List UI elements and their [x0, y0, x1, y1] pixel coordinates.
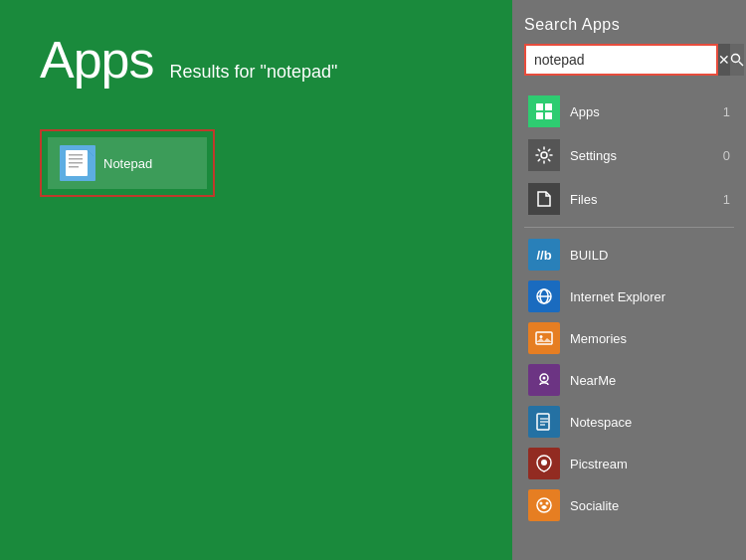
- notepad-tile[interactable]: Notepad: [48, 137, 207, 189]
- notespace-icon: [528, 406, 560, 438]
- left-panel: Apps Results for "notepad" Notepad: [0, 0, 512, 560]
- svg-rect-4: [69, 162, 83, 164]
- search-input-row: ✕: [524, 44, 734, 76]
- ie-label: Internet Explorer: [570, 289, 665, 304]
- results-area: Notepad: [40, 129, 215, 197]
- category-item-settings[interactable]: Settings 0: [524, 133, 734, 177]
- picstream-icon: [528, 448, 560, 479]
- files-icon: [528, 183, 560, 215]
- page-title: Apps: [40, 30, 154, 90]
- svg-rect-11: [545, 103, 552, 110]
- category-list: Apps 1 Settings 0 Files 1: [524, 90, 734, 221]
- svg-point-19: [540, 335, 543, 338]
- files-count: 1: [723, 192, 730, 207]
- apps-icon: [528, 95, 560, 127]
- app-list-item-memories[interactable]: Memories: [524, 317, 734, 359]
- search-go-button[interactable]: [730, 44, 744, 76]
- search-clear-button[interactable]: ✕: [718, 44, 730, 76]
- nearme-label: NearMe: [570, 373, 616, 388]
- apps-label: Apps: [570, 104, 713, 119]
- category-item-files[interactable]: Files 1: [524, 177, 734, 221]
- category-item-apps[interactable]: Apps 1: [524, 90, 734, 133]
- divider: [524, 227, 734, 228]
- svg-point-14: [541, 152, 547, 158]
- app-list-item-build[interactable]: //b BUILD: [524, 234, 734, 276]
- svg-rect-3: [69, 158, 83, 160]
- svg-rect-13: [545, 112, 552, 119]
- memories-label: Memories: [570, 331, 627, 346]
- svg-point-21: [543, 377, 546, 380]
- svg-point-29: [546, 502, 549, 505]
- settings-icon: [528, 139, 560, 171]
- svg-point-28: [540, 502, 543, 505]
- settings-count: 0: [723, 148, 730, 163]
- svg-point-26: [541, 460, 547, 466]
- search-icon: [730, 53, 744, 67]
- search-panel-title: Search Apps: [524, 16, 734, 34]
- app-list: //b BUILD Internet Explorer: [524, 234, 734, 526]
- memories-icon: [528, 322, 560, 354]
- build-icon: //b: [528, 239, 560, 271]
- svg-rect-12: [536, 112, 543, 119]
- socialite-label: Socialite: [570, 498, 619, 513]
- notepad-label: Notepad: [103, 156, 152, 171]
- build-label: BUILD: [570, 248, 608, 263]
- svg-rect-5: [69, 166, 79, 168]
- app-list-item-nearme[interactable]: NearMe: [524, 359, 734, 401]
- picstream-label: Picstream: [570, 457, 628, 471]
- app-list-item-picstream[interactable]: Picstream: [524, 443, 734, 484]
- right-panel: Search Apps ✕ Apps 1: [512, 0, 746, 560]
- page-subtitle: Results for "notepad": [170, 62, 338, 83]
- app-list-item-socialite[interactable]: Socialite: [524, 484, 734, 526]
- svg-rect-10: [536, 103, 543, 110]
- apps-count: 1: [723, 104, 730, 119]
- search-input[interactable]: [524, 44, 718, 76]
- socialite-icon: [528, 489, 560, 521]
- notespace-label: Notespace: [570, 415, 632, 430]
- notepad-icon: [60, 145, 95, 181]
- svg-point-8: [732, 55, 740, 63]
- page-heading: Apps Results for "notepad": [40, 30, 472, 90]
- svg-line-9: [739, 62, 743, 66]
- app-list-item-ie[interactable]: Internet Explorer: [524, 276, 734, 317]
- svg-rect-18: [536, 332, 552, 344]
- nearme-icon: [528, 364, 560, 396]
- app-list-item-notespace[interactable]: Notespace: [524, 401, 734, 443]
- svg-rect-2: [69, 154, 83, 156]
- settings-label: Settings: [570, 148, 713, 163]
- ie-icon: [528, 280, 560, 312]
- files-label: Files: [570, 192, 713, 207]
